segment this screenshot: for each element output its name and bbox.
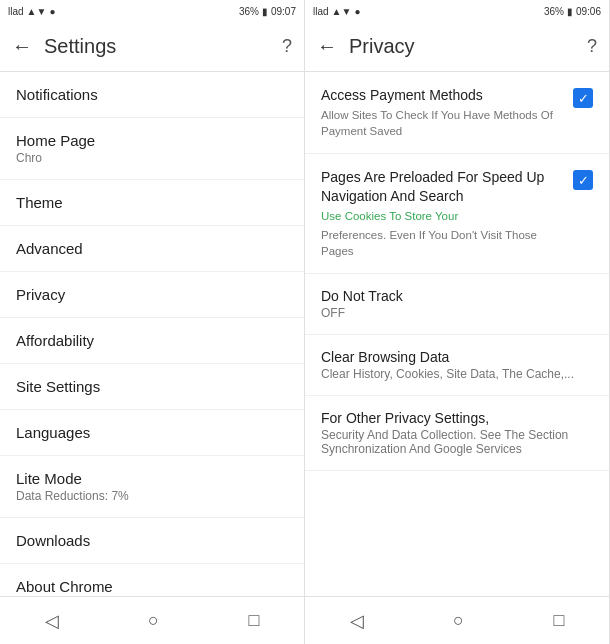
preloaded-pages-checkbox[interactable] [573,170,593,190]
preloaded-pages-subtitle-green: Use Cookies To Store Your [321,208,561,224]
settings-title: Settings [44,35,282,58]
nav-home-left[interactable]: ○ [124,602,183,639]
settings-item-affordability[interactable]: Affordability [0,318,304,364]
status-left: llad ▲▼ ● [8,6,55,17]
about-chrome-label: About Chrome [16,578,288,595]
preloaded-pages-content: Pages Are Preloaded For Speed Up Navigat… [321,168,573,259]
back-button-right[interactable]: ← [317,35,337,58]
affordability-label: Affordability [16,332,288,349]
advanced-label: Advanced [16,240,288,257]
privacy-item-clear-browsing-data[interactable]: Clear Browsing Data Clear History, Cooki… [305,335,609,396]
homepage-subtitle: Chro [16,151,288,165]
lite-mode-label: Lite Mode [16,470,288,487]
settings-item-homepage[interactable]: Home Page Chro [0,118,304,180]
clear-browsing-data-title: Clear Browsing Data [321,349,593,365]
privacy-item-other-privacy[interactable]: For Other Privacy Settings, Security And… [305,396,609,471]
time-left: 09:07 [271,6,296,17]
settings-item-notifications[interactable]: Notifications [0,72,304,118]
settings-item-languages[interactable]: Languages [0,410,304,456]
privacy-item-preloaded-pages[interactable]: Pages Are Preloaded For Speed Up Navigat… [305,154,609,274]
homepage-label: Home Page [16,132,288,149]
notifications-label: Notifications [16,86,288,103]
carrier-right: llad [313,6,329,17]
carrier-left: llad [8,6,24,17]
privacy-panel: llad ▲▼ ● 36% ▮ 09:06 ← Privacy ? Access… [305,0,610,644]
help-button-right[interactable]: ? [587,36,597,57]
battery-icon-right: ● [354,6,360,17]
status-right-right: 36% ▮ 09:06 [544,6,601,17]
battery-pct-left: 36% [239,6,259,17]
other-privacy-title: For Other Privacy Settings, [321,410,593,426]
downloads-label: Downloads [16,532,288,549]
nav-home-right[interactable]: ○ [429,602,488,639]
settings-item-advanced[interactable]: Advanced [0,226,304,272]
signal-right: ▲▼ [332,6,352,17]
payment-methods-content: Access Payment Methods Allow Sites To Ch… [321,86,573,139]
back-button-left[interactable]: ← [12,35,32,58]
nav-bar-right: ◁ ○ □ [305,596,609,644]
privacy-item-do-not-track[interactable]: Do Not Track OFF [305,274,609,335]
settings-item-privacy[interactable]: Privacy [0,272,304,318]
settings-item-downloads[interactable]: Downloads [0,518,304,564]
battery-icon2-left: ▮ [262,6,268,17]
battery-pct-right: 36% [544,6,564,17]
status-bar-left: llad ▲▼ ● 36% ▮ 09:07 [0,0,304,22]
help-button-left[interactable]: ? [282,36,292,57]
payment-methods-title: Access Payment Methods [321,86,561,104]
settings-panel: llad ▲▼ ● 36% ▮ 09:07 ← Settings ? Notif… [0,0,305,644]
nav-recents-right[interactable]: □ [529,602,588,639]
nav-back-left[interactable]: ◁ [21,602,83,640]
settings-header: ← Settings ? [0,22,304,72]
theme-label: Theme [16,194,288,211]
time-right: 09:06 [576,6,601,17]
settings-item-lite-mode[interactable]: Lite Mode Data Reductions: 7% [0,456,304,518]
battery-icon2-right: ▮ [567,6,573,17]
privacy-list: Access Payment Methods Allow Sites To Ch… [305,72,609,596]
settings-item-about-chrome[interactable]: About Chrome [0,564,304,596]
privacy-label: Privacy [16,286,288,303]
do-not-track-subtitle: OFF [321,306,593,320]
settings-item-site-settings[interactable]: Site Settings [0,364,304,410]
languages-label: Languages [16,424,288,441]
payment-methods-checkbox[interactable] [573,88,593,108]
do-not-track-title: Do Not Track [321,288,593,304]
privacy-title: Privacy [349,35,587,58]
signal-left: ▲▼ [27,6,47,17]
nav-recents-left[interactable]: □ [224,602,283,639]
status-right-left: 36% ▮ 09:07 [239,6,296,17]
battery-icon-left: ● [49,6,55,17]
privacy-item-payment-methods[interactable]: Access Payment Methods Allow Sites To Ch… [305,72,609,154]
clear-browsing-data-subtitle: Clear History, Cookies, Site Data, The C… [321,367,593,381]
settings-list: Notifications Home Page Chro Theme Advan… [0,72,304,596]
nav-bar-left: ◁ ○ □ [0,596,304,644]
preloaded-pages-subtitle: Preferences. Even If You Don't Visit Tho… [321,227,561,259]
privacy-header: ← Privacy ? [305,22,609,72]
status-left-right: llad ▲▼ ● [313,6,360,17]
status-bar-right: llad ▲▼ ● 36% ▮ 09:06 [305,0,609,22]
settings-item-theme[interactable]: Theme [0,180,304,226]
preloaded-pages-title: Pages Are Preloaded For Speed Up Navigat… [321,168,561,204]
payment-methods-subtitle: Allow Sites To Check If You Have Methods… [321,107,561,139]
other-privacy-subtitle: Security And Data Collection. See The Se… [321,428,593,456]
nav-back-right[interactable]: ◁ [326,602,388,640]
lite-mode-subtitle: Data Reductions: 7% [16,489,288,503]
site-settings-label: Site Settings [16,378,288,395]
